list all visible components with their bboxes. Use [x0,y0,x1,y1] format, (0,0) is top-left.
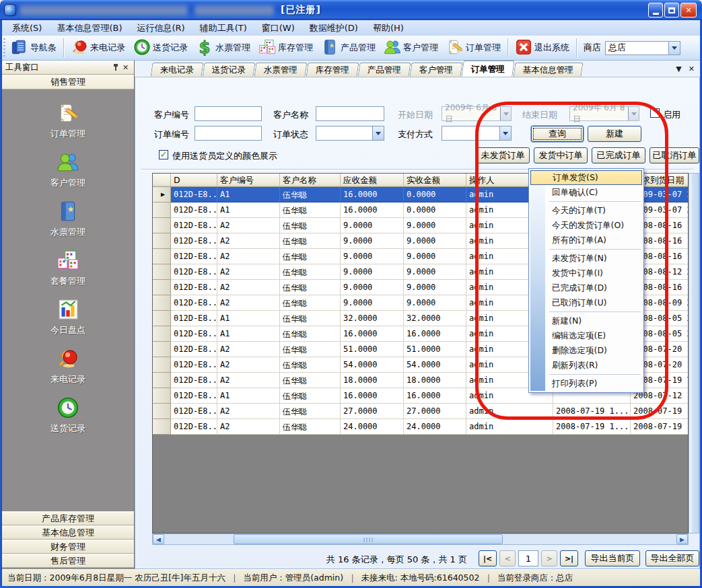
tab-水票管理[interactable]: 水票管理 [254,63,308,77]
order-status-combobox[interactable] [316,126,384,141]
order-code-input[interactable] [195,126,262,141]
status-filter-button[interactable]: 已取消订单 [650,147,699,163]
sidebar-group-bar[interactable]: 基本信息管理 [2,525,134,540]
start-date-picker[interactable]: 2009年 6月 8日 [442,106,512,121]
menubar-item[interactable]: 窗口(W) [254,21,302,36]
tab-客户管理[interactable]: 客户管理 [410,63,463,77]
menubar-item[interactable]: 帮助(H) [365,21,411,36]
title-bar[interactable]: [已注册] ✕ [0,0,702,20]
context-menu-item[interactable]: 今天的发货订单(O) [530,218,642,233]
column-header[interactable]: 客户名称 [280,174,341,187]
context-menu-item[interactable]: 所有的订单(A) [530,233,642,248]
table-row[interactable]: 012D-E8...A2伍华聪24.000024.0000admin2008-0… [153,419,688,435]
menubar-item[interactable]: 数据维护(D) [302,21,365,36]
export-all-pages-button[interactable]: 导出全部页 [645,550,699,566]
menubar-item[interactable]: 基本信息管理(B) [49,21,129,36]
next-page-button[interactable]: > [541,550,557,566]
tab-来电记录[interactable]: 来电记录 [151,63,204,77]
column-header[interactable]: D [171,174,217,187]
toolbar-button-delivery-clock[interactable]: 送货记录 [129,36,192,60]
column-header[interactable]: 实收金额 [404,174,466,187]
status-filter-button[interactable]: 未发货订单 [476,147,530,163]
toolbar-button-label: 产品管理 [341,42,376,54]
context-menu-item[interactable]: 新建(N) [530,314,642,328]
table-cell: 16.0000 [341,203,404,218]
context-menu-item[interactable]: 订单发货(S) [530,170,642,185]
tab-订单管理[interactable]: 订单管理 [461,61,514,77]
context-menu-item[interactable]: 刷新列表(R) [530,358,642,373]
enable-date-checkbox[interactable] [650,108,660,118]
sidebar-item-product-book[interactable]: 水票管理 [50,198,85,238]
context-menu-item[interactable]: 已完成订单(D) [530,281,642,295]
toolbar-button-customers[interactable]: 客户管理 [380,36,442,60]
sidebar-item-chart[interactable]: 今日盘点 [50,297,85,336]
vertical-scrollbar[interactable] [689,173,699,534]
status-filter-button[interactable]: 已完成订单 [592,147,645,163]
toolbar-button-inventory-calendar[interactable]: 库存管理 [254,36,317,60]
shop-combobox[interactable]: 总店 [605,41,680,55]
sidebar-group-sales[interactable]: 销售管理 [2,75,134,89]
sidebar-group-bar[interactable]: 售后管理 [2,554,134,568]
column-header[interactable]: 应收金额 [341,174,404,187]
chevron-down-icon[interactable] [499,126,511,140]
sidebar-group-bar[interactable]: 财务管理 [2,540,134,554]
sidebar-item-delivery-clock[interactable]: 送货记录 [50,395,85,435]
scroll-right-icon[interactable]: ▶ [676,534,688,544]
scrollbar-thumb[interactable] [234,534,503,544]
horizontal-scrollbar[interactable]: ◀ ▶ [152,534,689,545]
context-menu-item[interactable]: 删除选定项(D) [530,343,642,358]
export-current-page-button[interactable]: 导出当前页 [585,550,640,566]
menubar-item[interactable]: 运行信息(R) [129,21,192,36]
prev-page-button[interactable]: < [499,550,516,566]
pay-method-combobox[interactable] [442,126,512,141]
tab-基本信息管理[interactable]: 基本信息管理 [514,63,584,77]
menubar-item[interactable]: 系统(S) [5,21,49,36]
context-menu-item[interactable]: 回单确认(C) [530,185,642,200]
minimize-button[interactable] [648,3,663,17]
chevron-down-icon[interactable] [668,42,680,54]
column-header[interactable]: 客户编号 [217,174,280,187]
maximize-button[interactable] [664,3,679,17]
first-page-button[interactable]: |< [479,550,497,566]
context-menu-item[interactable]: 未发货订单(N) [530,251,642,266]
toolbar-button-exit[interactable]: 退出系统 [511,36,573,60]
customer-name-input[interactable] [316,106,384,121]
scroll-left-icon[interactable]: ◀ [153,534,164,544]
row-selector-cell: ▶ [153,187,171,203]
sidebar-item-customers[interactable]: 客户管理 [50,149,85,189]
context-menu-item[interactable]: 发货中订单(I) [530,266,642,281]
last-page-button[interactable]: >| [560,550,578,566]
sidebar-item-inventory-calendar[interactable]: 套餐管理 [50,248,85,287]
toolbar-button-call-bell[interactable]: 来电记录 [67,36,129,60]
context-menu-item[interactable]: 已取消订单(U) [530,295,642,310]
pin-icon[interactable] [110,63,120,73]
tab-库存管理[interactable]: 库存管理 [306,63,359,77]
query-button[interactable]: 查询 [531,126,584,142]
end-date-picker[interactable]: 2009年 6月 8日 [569,106,639,121]
toolbar-grip[interactable] [3,38,5,57]
sidebar-item-order-scroll[interactable]: 订单管理 [50,100,85,140]
sidebar-item-call-bell[interactable]: 来电记录 [50,346,85,385]
toolbar-button-product-book[interactable]: 产品管理 [317,36,380,60]
new-button[interactable]: 新建 [588,126,641,142]
tab-close-icon[interactable]: ✕ [689,65,695,73]
close-button[interactable]: ✕ [680,3,697,17]
menubar-item[interactable]: 辅助工具(T) [192,21,254,36]
customer-code-input[interactable] [195,106,262,121]
toolbar-button-dollar[interactable]: $水票管理 [192,36,254,60]
tab-产品管理[interactable]: 产品管理 [358,63,411,77]
page-number-input[interactable] [518,550,538,566]
toolbar-button-navigator-book[interactable]: 导航条 [7,36,61,60]
context-menu-item[interactable]: 今天的订单(T) [530,203,642,218]
tab-list-dropdown-icon[interactable]: ▼ [676,65,681,73]
status-filter-button[interactable]: 发货中订单 [534,147,588,163]
tab-送货记录[interactable]: 送货记录 [203,63,256,77]
sidebar-group-bar[interactable]: 产品库存管理 [2,511,134,525]
table-row[interactable]: 012D-E8...A2伍华聪27.000027.0000admin2008-0… [153,404,688,419]
toolbar-button-order-scroll[interactable]: 订单管理 [442,36,505,60]
chevron-down-icon[interactable] [372,126,384,140]
context-menu-item[interactable]: 打印列表(P) [530,376,642,391]
close-icon[interactable]: ✕ [120,63,131,73]
delivery-color-checkbox[interactable] [159,150,168,159]
context-menu-item[interactable]: 编辑选定项(E) [530,328,642,343]
